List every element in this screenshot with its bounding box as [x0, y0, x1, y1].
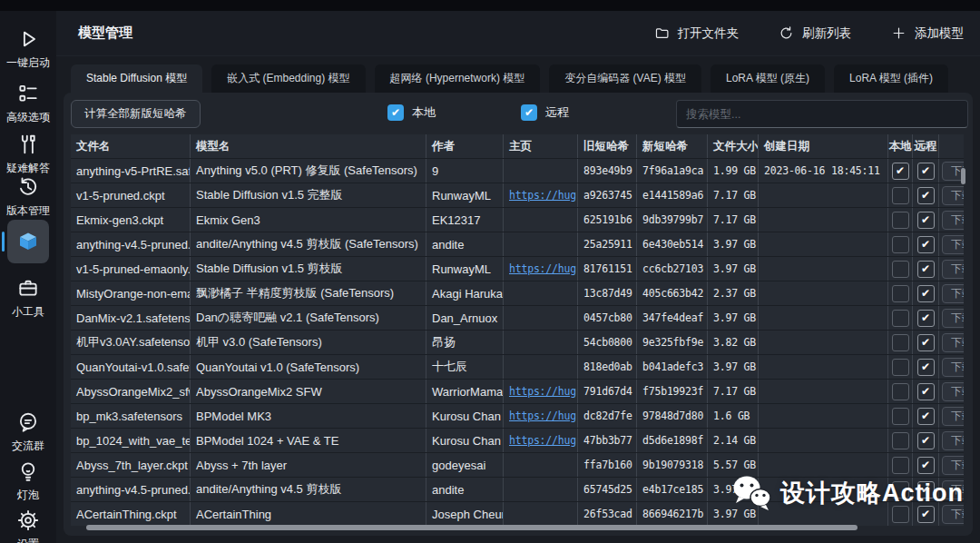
- add-model-button[interactable]: 添加模型: [891, 25, 964, 42]
- remote-row-checkbox[interactable]: [917, 163, 935, 180]
- local-row-checkbox[interactable]: [892, 334, 909, 351]
- remote-row-checkbox[interactable]: [917, 310, 935, 327]
- remote-row-checkbox[interactable]: [917, 187, 935, 204]
- download-button[interactable]: 下载: [942, 211, 964, 230]
- sidebar-item-bottom-0[interactable]: 交流群: [0, 410, 56, 454]
- tab-0[interactable]: Stable Diffusion 模型: [71, 64, 202, 93]
- cell-model-name: 机甲 v3.0 (SafeTensors): [191, 331, 426, 354]
- compute-hashes-button[interactable]: 计算全部新版短哈希: [71, 100, 201, 128]
- cell-model-name: QuanYoutai v1.0 (SafeTensors): [191, 355, 426, 379]
- table-row: anything-v5-PrtRE.safeAnything v5.0 (PRT…: [71, 158, 964, 183]
- homepage-link[interactable]: https://hug: [509, 262, 576, 275]
- homepage-link[interactable]: https://hug: [509, 189, 576, 202]
- local-row-checkbox[interactable]: [892, 236, 909, 253]
- local-row-checkbox[interactable]: [892, 163, 909, 180]
- cell-model-name: ACertainThing: [191, 502, 426, 526]
- cell-download: 下载: [939, 355, 964, 379]
- cell-remote: [913, 429, 939, 452]
- remote-checkbox[interactable]: [521, 104, 537, 121]
- download-button[interactable]: 下载: [942, 260, 964, 279]
- tab-4[interactable]: LoRA 模型 (原生): [710, 64, 825, 93]
- local-row-checkbox[interactable]: [892, 408, 909, 425]
- sidebar-item-bottom-1[interactable]: 灯泡: [0, 459, 56, 503]
- cell-model-name: BPModel 1024 + VAE & TE: [191, 429, 426, 452]
- sidebar-item-top-4[interactable]: [0, 220, 56, 268]
- remote-row-checkbox[interactable]: [917, 408, 935, 425]
- download-button[interactable]: 下载: [942, 382, 964, 401]
- download-button[interactable]: 下载: [942, 407, 964, 426]
- cell-filename: v1-5-pruned.ckpt: [71, 183, 191, 207]
- cell-download: 下载: [939, 159, 964, 183]
- cell-model-name: Anything v5.0 (PRT) 修复版 (SafeTensors): [191, 159, 426, 183]
- play-icon: [16, 27, 40, 51]
- remote-row-checkbox[interactable]: [917, 285, 935, 302]
- cell-old-hash: 81761151: [578, 257, 637, 281]
- table-row: MistyOrange-non-ema飘渺橘子 半精度剪枝版 (SafeTens…: [71, 281, 964, 305]
- column-header-9: 远程: [913, 134, 939, 158]
- cell-author: Kurosu Chan: [426, 429, 504, 452]
- cell-old-hash: 0457cb80: [578, 306, 637, 330]
- download-button[interactable]: 下载: [942, 358, 964, 377]
- cell-local: [888, 159, 913, 183]
- local-row-checkbox[interactable]: [892, 432, 909, 449]
- cell-filename: bp_1024_with_vae_te.c: [71, 429, 191, 452]
- sidebar-item-top-0[interactable]: 一键启动: [0, 27, 56, 71]
- local-row-checkbox[interactable]: [892, 285, 909, 302]
- remote-row-checkbox[interactable]: [917, 432, 935, 449]
- homepage-link[interactable]: https://hug: [509, 410, 576, 422]
- tools-icon: [16, 133, 40, 156]
- download-button[interactable]: 下载: [942, 186, 964, 205]
- local-row-checkbox[interactable]: [892, 187, 909, 204]
- cell-old-hash: dc82d7fe: [578, 404, 637, 428]
- homepage-link[interactable]: https://hug: [509, 385, 576, 398]
- local-row-checkbox[interactable]: [892, 359, 909, 376]
- tab-5[interactable]: LoRA 模型 (插件): [834, 64, 948, 93]
- tab-2[interactable]: 超网络 (Hypernetwork) 模型: [375, 64, 541, 93]
- cell-created-date: [759, 404, 888, 428]
- download-button[interactable]: 下载: [942, 284, 964, 303]
- sidebar-item-top-3[interactable]: 版本管理: [0, 175, 56, 219]
- cell-old-hash: 625191b6: [578, 208, 637, 232]
- open-folder-button[interactable]: 打开文件夹: [654, 25, 740, 42]
- download-button[interactable]: 下载: [942, 333, 964, 352]
- refresh-list-button[interactable]: 刷新列表: [779, 25, 851, 42]
- download-button[interactable]: 下载: [942, 235, 964, 254]
- tab-3[interactable]: 变分自编码器 (VAE) 模型: [549, 64, 701, 93]
- tab-1[interactable]: 嵌入式 (Embedding) 模型: [211, 64, 365, 93]
- remote-row-checkbox[interactable]: [917, 359, 935, 376]
- cell-file-size: 7.17 GB: [708, 208, 759, 232]
- search-input[interactable]: [676, 100, 968, 128]
- cell-file-size: 3.97 GB: [708, 257, 759, 281]
- horizontal-scrollbar[interactable]: [86, 525, 858, 530]
- local-row-checkbox[interactable]: [892, 212, 909, 229]
- local-checkbox[interactable]: [387, 104, 404, 121]
- sidebar-item-top-2[interactable]: 疑难解答: [0, 133, 56, 176]
- watermark: 设计攻略Action: [731, 474, 964, 512]
- local-row-checkbox[interactable]: [892, 457, 909, 474]
- cell-new-hash: d5d6e1898f: [637, 429, 708, 452]
- remote-row-checkbox[interactable]: [917, 383, 935, 400]
- download-button[interactable]: 下载: [942, 456, 964, 475]
- remote-row-checkbox[interactable]: [917, 334, 935, 351]
- remote-row-checkbox[interactable]: [917, 212, 935, 229]
- sidebar-item-top-1[interactable]: 高级选项: [0, 82, 56, 125]
- cell-filename: anything-v4.5-pruned.c: [71, 478, 191, 501]
- sidebar-item-top-5[interactable]: 小工具: [0, 276, 56, 320]
- cell-homepage: https://hug: [504, 380, 578, 403]
- vertical-scrollbar[interactable]: [961, 168, 965, 184]
- cell-model-name: Stable Diffusion v1.5 完整版: [191, 183, 426, 207]
- cell-remote: [913, 183, 939, 207]
- remote-row-checkbox[interactable]: [917, 261, 935, 278]
- download-button[interactable]: 下载: [942, 431, 964, 450]
- cell-download: 下载: [939, 257, 964, 281]
- cell-homepage: https://hug: [504, 183, 578, 207]
- remote-row-checkbox[interactable]: [917, 236, 935, 253]
- local-row-checkbox[interactable]: [892, 383, 909, 400]
- local-row-checkbox[interactable]: [892, 261, 909, 278]
- sidebar-item-bottom-2[interactable]: 设置: [0, 508, 56, 543]
- remote-row-checkbox[interactable]: [917, 457, 935, 474]
- homepage-link[interactable]: https://hug: [509, 434, 576, 447]
- local-row-checkbox[interactable]: [892, 310, 909, 327]
- download-button[interactable]: 下载: [942, 309, 964, 328]
- cell-remote: [913, 257, 939, 281]
